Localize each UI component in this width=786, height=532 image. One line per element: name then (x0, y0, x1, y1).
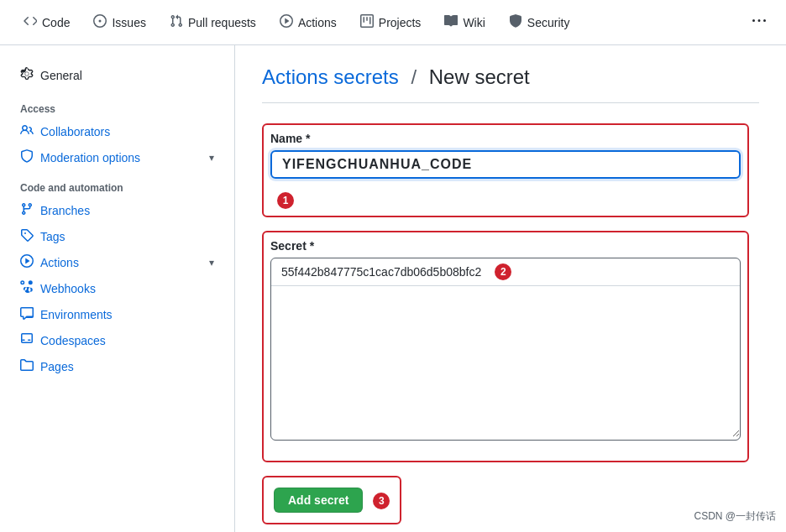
name-outer-box: Name * 1 (262, 123, 749, 217)
step-3-badge: 3 (373, 493, 390, 509)
secret-label: Secret * (270, 239, 741, 253)
webhooks-icon (20, 280, 34, 296)
environments-icon (20, 306, 34, 322)
top-navigation: Code Issues Pull requests Actions Projec… (0, 0, 786, 45)
name-label: Name * (270, 132, 741, 145)
security-icon (509, 14, 522, 30)
pages-icon (20, 358, 34, 374)
sidebar-item-environments[interactable]: Environments (13, 301, 221, 327)
nav-security[interactable]: Security (499, 8, 580, 37)
nav-wiki-label: Wiki (463, 16, 485, 29)
sidebar-item-webhooks[interactable]: Webhooks (13, 275, 221, 301)
sidebar-general[interactable]: General (13, 62, 221, 88)
actions-chevron-icon: ▾ (209, 257, 214, 269)
sidebar-general-label: General (40, 69, 82, 82)
pull-request-icon (170, 14, 183, 30)
moderation-label: Moderation options (40, 151, 140, 164)
secret-outer-box: Secret * 55f442b847775c1cac7db06d5b08bfc… (262, 231, 749, 462)
add-secret-label: Add secret (288, 493, 348, 507)
nav-projects-label: Projects (379, 16, 422, 29)
page-title-rest: New secret (429, 65, 530, 88)
branches-label: Branches (40, 204, 90, 217)
projects-icon (360, 14, 374, 30)
codespaces-label: Codespaces (40, 334, 106, 347)
codespaces-icon (20, 332, 34, 348)
sidebar-item-moderation[interactable]: Moderation options ▾ (13, 144, 221, 170)
name-form-group: Name * (270, 132, 741, 179)
settings-sidebar: General Access Collaborators Moderation … (0, 45, 235, 532)
step-2-badge: 2 (495, 263, 511, 280)
watermark: CSDN @一封传话 (694, 509, 776, 524)
tags-icon (20, 228, 34, 244)
actions-sidebar-label: Actions (40, 256, 79, 269)
nav-more-button[interactable] (746, 8, 773, 37)
breadcrumb-link[interactable]: Actions secrets (262, 65, 399, 88)
sidebar-item-pages[interactable]: Pages (13, 353, 221, 379)
add-secret-outer-box: Add secret 3 (262, 476, 401, 524)
nav-pull-requests-label: Pull requests (188, 16, 256, 29)
name-input-wrapper (270, 150, 741, 179)
secret-value: 55f442b847775c1cac7db06d5b08bfc2 (281, 265, 481, 279)
nav-projects[interactable]: Projects (350, 8, 432, 37)
add-secret-button[interactable]: Add secret (274, 488, 363, 513)
pages-label: Pages (40, 360, 74, 373)
code-automation-section-header: Code and automation (13, 170, 221, 197)
sidebar-item-collaborators[interactable]: Collaborators (13, 118, 221, 144)
sidebar-item-codespaces[interactable]: Codespaces (13, 327, 221, 353)
nav-actions-label: Actions (298, 16, 337, 29)
secret-area: 55f442b847775c1cac7db06d5b08bfc2 2 (270, 258, 741, 441)
sidebar-item-actions[interactable]: Actions ▾ (13, 249, 221, 275)
nav-issues-label: Issues (112, 16, 145, 29)
page-title: Actions secrets / New secret (262, 65, 759, 103)
page-layout: General Access Collaborators Moderation … (0, 45, 786, 532)
sidebar-item-tags[interactable]: Tags (13, 223, 221, 249)
issues-icon (93, 14, 107, 30)
code-icon (24, 14, 37, 30)
secret-textarea[interactable] (271, 286, 740, 437)
moderation-icon (20, 149, 34, 165)
environments-label: Environments (40, 308, 113, 321)
tags-label: Tags (40, 230, 66, 243)
wiki-icon (444, 14, 458, 30)
nav-issues[interactable]: Issues (83, 8, 155, 37)
access-section-header: Access (13, 98, 221, 118)
secret-first-row: 55f442b847775c1cac7db06d5b08bfc2 2 (271, 258, 740, 286)
nav-actions[interactable]: Actions (270, 8, 347, 37)
chevron-down-icon: ▾ (209, 152, 214, 164)
name-input[interactable] (272, 152, 739, 177)
nav-code[interactable]: Code (13, 8, 80, 37)
separator: / (411, 65, 422, 88)
collaborators-icon (20, 123, 34, 139)
collaborators-label: Collaborators (40, 125, 110, 138)
nav-code-label: Code (42, 16, 70, 29)
nav-wiki[interactable]: Wiki (434, 8, 495, 37)
secret-form-group: Secret * 55f442b847775c1cac7db06d5b08bfc… (270, 239, 741, 441)
main-content: Actions secrets / New secret Name * 1 Se… (235, 45, 786, 532)
nav-security-label: Security (527, 16, 570, 29)
step-1-badge: 1 (277, 192, 294, 209)
sidebar-item-branches[interactable]: Branches (13, 197, 221, 223)
branches-icon (20, 202, 34, 218)
actions-nav-icon (280, 14, 293, 30)
nav-pull-requests[interactable]: Pull requests (160, 8, 266, 37)
gear-icon (20, 67, 34, 83)
actions-sidebar-icon (20, 254, 34, 270)
webhooks-label: Webhooks (40, 282, 96, 295)
